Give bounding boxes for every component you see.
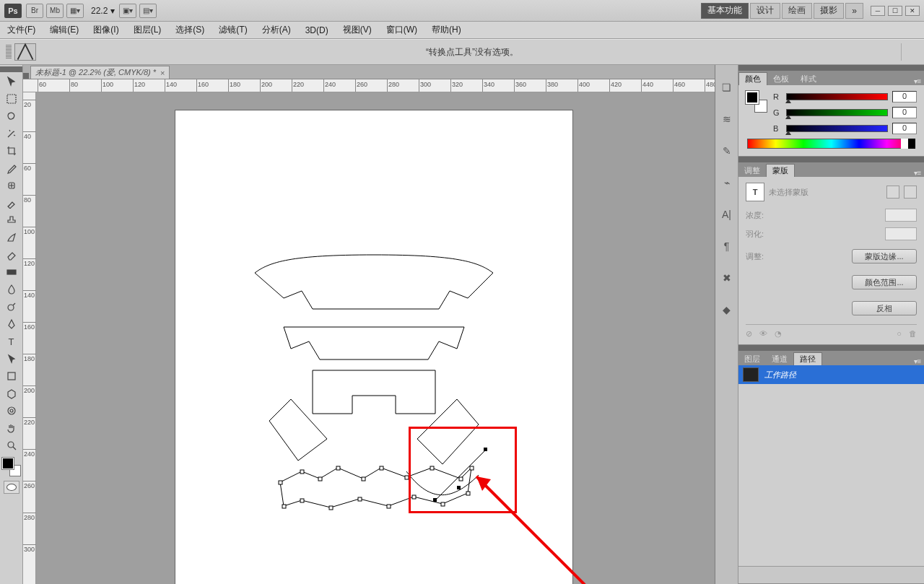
stamp-tool[interactable] (3, 212, 20, 228)
toolbox-handle[interactable] (0, 66, 22, 72)
pixel-mask-icon[interactable] (886, 186, 899, 199)
bridge-button[interactable]: Br (26, 4, 43, 18)
char-panel-icon[interactable]: A| (719, 206, 735, 222)
options-handle[interactable] (6, 45, 12, 59)
eyedropper-tool[interactable] (3, 160, 20, 176)
wand-tool[interactable] (3, 126, 20, 141)
marquee-tool[interactable] (3, 91, 20, 107)
screen-mode-button[interactable]: ▣▾ (119, 4, 136, 18)
3d-tool[interactable] (3, 385, 20, 401)
move-tool[interactable] (3, 74, 20, 90)
eraser-tool[interactable] (3, 247, 20, 263)
dodge-tool[interactable] (3, 299, 20, 315)
document-tab[interactable]: 未标题-1 @ 22.2% (爱, CMYK/8) * × (30, 66, 170, 79)
feather-value[interactable] (885, 227, 917, 240)
ruler-horizontal[interactable]: 6080100120140160180200220240260280300320… (23, 79, 715, 92)
mask-edge-button[interactable]: 蒙版边缘... (852, 249, 917, 263)
workspace-paint[interactable]: 绘画 (782, 3, 812, 19)
panel-menu-icon[interactable]: ▾≡ (911, 169, 924, 177)
menu-layer[interactable]: 图层(L) (134, 24, 162, 36)
invert-button[interactable]: 反相 (852, 301, 917, 315)
menu-window[interactable]: 窗口(W) (386, 24, 417, 36)
menu-view[interactable]: 视图(V) (343, 24, 372, 36)
tab-swatches[interactable]: 色板 (767, 72, 795, 85)
mask-thumbnail[interactable]: T (746, 183, 764, 201)
color-swatches[interactable] (2, 458, 21, 476)
clone-panel-icon[interactable]: ⌁ (719, 175, 735, 191)
tools-panel-icon[interactable]: ✖ (719, 270, 735, 286)
pen-tool[interactable] (3, 316, 20, 332)
options-dock-well[interactable] (901, 43, 924, 61)
work-path-row[interactable]: 工作路径 (738, 365, 924, 384)
link-mask-icon[interactable]: ⊘ (746, 329, 752, 339)
g-value[interactable]: 0 (892, 107, 917, 118)
menu-3d[interactable]: 3D(D) (305, 25, 328, 35)
panel-handle[interactable] (738, 157, 924, 162)
paths-list-area[interactable] (738, 384, 924, 566)
color-range-button[interactable]: 颜色范围... (852, 275, 917, 289)
menu-filter[interactable]: 滤镜(T) (219, 24, 247, 36)
window-minimize-icon[interactable]: ─ (871, 6, 885, 16)
canvas-viewport[interactable] (36, 92, 715, 584)
tab-channels[interactable]: 通道 (766, 352, 793, 365)
disable-mask-icon[interactable]: ○ (897, 329, 902, 339)
para-panel-icon[interactable]: ¶ (719, 238, 735, 254)
tab-masks[interactable]: 蒙版 (766, 164, 795, 177)
g-slider[interactable] (786, 109, 888, 116)
history-brush-tool[interactable] (3, 230, 20, 245)
tab-layers[interactable]: 图层 (738, 352, 766, 365)
menu-image[interactable]: 图像(I) (93, 24, 118, 36)
view-mask-icon[interactable]: 👁 (759, 329, 767, 339)
menu-analysis[interactable]: 分析(A) (262, 24, 291, 36)
layout-menu-button[interactable]: ▦▾ (66, 4, 84, 18)
foreground-color-swatch[interactable] (2, 458, 14, 469)
arrange-button[interactable]: ▤▾ (139, 4, 157, 18)
history-panel-icon[interactable]: ❏ (719, 79, 735, 95)
menu-edit[interactable]: 编辑(E) (50, 24, 79, 36)
workspace-photo[interactable]: 摄影 (814, 3, 844, 19)
brush-tool[interactable] (3, 195, 20, 211)
vector-mask-icon[interactable] (904, 186, 917, 199)
panel-handle[interactable] (738, 65, 924, 71)
density-value[interactable] (885, 209, 917, 222)
spectrum-ramp[interactable] (747, 139, 915, 149)
panel-menu-icon[interactable]: ▾≡ (911, 77, 924, 85)
quickmask-toggle[interactable] (4, 481, 19, 494)
shape-tool[interactable] (3, 368, 20, 384)
menu-help[interactable]: 帮助(H) (432, 24, 461, 36)
tab-color[interactable]: 颜色 (738, 72, 767, 85)
blur-tool[interactable] (3, 282, 20, 297)
tab-paths[interactable]: 路径 (793, 352, 822, 365)
workspace-basic[interactable]: 基本功能 (701, 3, 749, 19)
ruler-vertical[interactable]: 2040608010012014016018020022024026028030… (23, 92, 36, 584)
r-value[interactable]: 0 (892, 91, 917, 103)
healing-tool[interactable] (3, 178, 20, 193)
crop-tool[interactable] (3, 143, 20, 159)
workspace-more[interactable]: » (845, 3, 863, 19)
b-value[interactable]: 0 (892, 123, 917, 134)
window-maximize-icon[interactable]: ☐ (888, 6, 902, 16)
menu-select[interactable]: 选择(S) (175, 24, 204, 36)
nav-panel-icon[interactable]: ◆ (719, 302, 735, 318)
brush-panel-icon[interactable]: ✎ (719, 143, 735, 159)
gradient-tool[interactable] (3, 264, 20, 280)
panel-handle[interactable] (738, 345, 924, 351)
type-tool[interactable]: T (3, 334, 20, 349)
doc-handle[interactable] (23, 73, 29, 79)
lasso-tool[interactable] (3, 108, 20, 124)
menu-file[interactable]: 文件(F) (7, 24, 35, 36)
zoom-tool[interactable] (3, 437, 20, 453)
close-tab-icon[interactable]: × (160, 69, 165, 77)
tab-styles[interactable]: 样式 (795, 72, 822, 85)
3d-camera-tool[interactable] (3, 403, 20, 419)
delete-mask-icon[interactable]: 🗑 (909, 329, 917, 339)
panel-menu-icon[interactable]: ▾≡ (911, 357, 924, 365)
apply-mask-icon[interactable]: ◔ (775, 329, 782, 339)
color-swatch-pair[interactable] (746, 91, 767, 113)
current-tool-indicator[interactable] (14, 43, 36, 61)
minibridge-button[interactable]: Mb (46, 4, 64, 18)
b-slider[interactable] (786, 125, 888, 132)
workspace-design[interactable]: 设计 (750, 3, 780, 19)
path-select-tool[interactable] (3, 351, 20, 367)
hand-tool[interactable] (3, 420, 20, 436)
